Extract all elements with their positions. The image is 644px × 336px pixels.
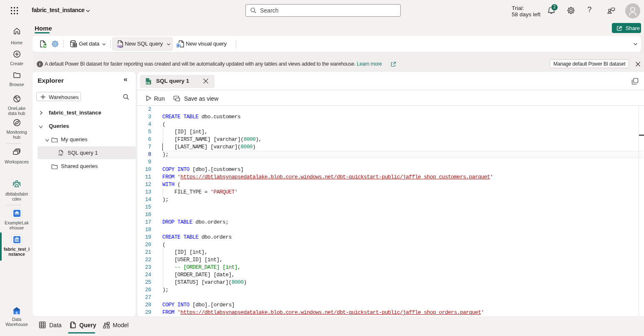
svg-text:SQL: SQL [58,153,63,156]
svg-text:SQL: SQL [117,45,124,48]
svg-text:SQL: SQL [146,81,151,84]
